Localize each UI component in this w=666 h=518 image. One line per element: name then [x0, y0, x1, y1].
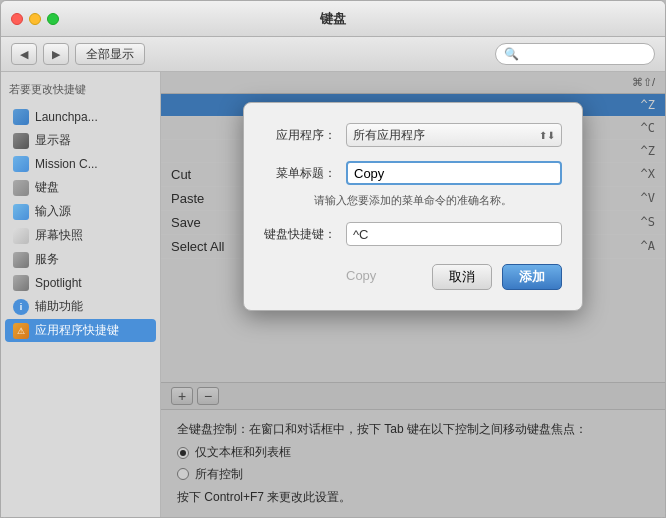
- sidebar-item-label: Mission C...: [35, 157, 98, 171]
- screenshot-icon: [13, 228, 29, 244]
- right-panel: ⌘⇧/ ^Z ^C ^Z Cut: [161, 72, 665, 517]
- sidebar-item-label: 服务: [35, 251, 59, 268]
- modal-menu-input[interactable]: [346, 161, 562, 185]
- sidebar-item-label: 键盘: [35, 179, 59, 196]
- sidebar-item-label: 屏幕快照: [35, 227, 83, 244]
- sidebar: 若要更改快捷键 Launchpa... 显示器 Mission C... 键盘 …: [1, 72, 161, 517]
- sidebar-item-label: 显示器: [35, 132, 71, 149]
- sidebar-item-display[interactable]: 显示器: [5, 129, 156, 152]
- mission-icon: [13, 156, 29, 172]
- modal-app-label: 应用程序：: [264, 127, 336, 144]
- modal-shortcut-label: 键盘快捷键：: [264, 226, 336, 243]
- sidebar-item-launchpad[interactable]: Launchpa...: [5, 106, 156, 128]
- add-shortcut-modal: 应用程序： 所有应用程序 ⬆⬇ 菜单标题： 请输入您要添加的菜单命令的准确名称。: [243, 102, 583, 311]
- modal-overlay: 应用程序： 所有应用程序 ⬆⬇ 菜单标题： 请输入您要添加的菜单命令的准确名称。: [161, 72, 665, 517]
- input-icon: [13, 204, 29, 220]
- display-icon: [13, 133, 29, 149]
- titlebar: 键盘: [1, 1, 665, 37]
- sidebar-item-appshortcuts[interactable]: ⚠ 应用程序快捷键: [5, 319, 156, 342]
- launchpad-icon: [13, 109, 29, 125]
- appshortcuts-icon: ⚠: [13, 323, 29, 339]
- accessibility-icon: i: [13, 299, 29, 315]
- search-box: 🔍: [495, 43, 655, 65]
- traffic-lights: [11, 13, 59, 25]
- chevron-down-icon: ⬆⬇: [539, 130, 555, 141]
- search-icon: 🔍: [504, 47, 519, 61]
- modal-shortcut-value: ^C: [353, 227, 369, 242]
- modal-buttons: 取消 添加: [432, 264, 562, 290]
- spotlight-icon: [13, 275, 29, 291]
- modal-menu-label: 菜单标题：: [264, 165, 336, 182]
- close-button[interactable]: [11, 13, 23, 25]
- sidebar-item-screenshot[interactable]: 屏幕快照: [5, 224, 156, 247]
- modal-app-row: 应用程序： 所有应用程序 ⬆⬇: [264, 123, 562, 147]
- sidebar-item-mission[interactable]: Mission C...: [5, 153, 156, 175]
- modal-shortcut-box[interactable]: ^C: [346, 222, 562, 246]
- modal-app-value: 所有应用程序: [353, 127, 425, 144]
- modal-buttons-row: Copy 取消 添加: [264, 260, 562, 290]
- ghost-copy-label: Copy: [346, 268, 376, 283]
- sidebar-item-label: 辅助功能: [35, 298, 83, 315]
- sidebar-item-services[interactable]: 服务: [5, 248, 156, 271]
- modal-menu-row: 菜单标题：: [264, 161, 562, 185]
- main-window: 键盘 ◀ ▶ 全部显示 🔍 若要更改快捷键 Launchpa... 显示器 Mi…: [0, 0, 666, 518]
- window-title: 键盘: [320, 10, 346, 28]
- keyboard-icon: [13, 180, 29, 196]
- sidebar-item-label: Spotlight: [35, 276, 82, 290]
- maximize-button[interactable]: [47, 13, 59, 25]
- show-all-button[interactable]: 全部显示: [75, 43, 145, 65]
- modal-shortcut-row: 键盘快捷键： ^C: [264, 222, 562, 246]
- modal-app-select[interactable]: 所有应用程序 ⬆⬇: [346, 123, 562, 147]
- sidebar-item-accessibility[interactable]: i 辅助功能: [5, 295, 156, 318]
- toolbar: ◀ ▶ 全部显示 🔍: [1, 37, 665, 72]
- sidebar-item-keyboard[interactable]: 键盘: [5, 176, 156, 199]
- sidebar-hint: 若要更改快捷键: [1, 78, 160, 105]
- back-button[interactable]: ◀: [11, 43, 37, 65]
- sidebar-item-spotlight[interactable]: Spotlight: [5, 272, 156, 294]
- sidebar-item-label: 应用程序快捷键: [35, 322, 119, 339]
- sidebar-item-input[interactable]: 输入源: [5, 200, 156, 223]
- forward-button[interactable]: ▶: [43, 43, 69, 65]
- add-button[interactable]: 添加: [502, 264, 562, 290]
- cancel-button[interactable]: 取消: [432, 264, 492, 290]
- services-icon: [13, 252, 29, 268]
- main-content: 若要更改快捷键 Launchpa... 显示器 Mission C... 键盘 …: [1, 72, 665, 517]
- modal-hint: 请输入您要添加的菜单命令的准确名称。: [264, 193, 562, 208]
- sidebar-item-label: Launchpa...: [35, 110, 98, 124]
- sidebar-item-label: 输入源: [35, 203, 71, 220]
- search-input[interactable]: [523, 47, 646, 61]
- minimize-button[interactable]: [29, 13, 41, 25]
